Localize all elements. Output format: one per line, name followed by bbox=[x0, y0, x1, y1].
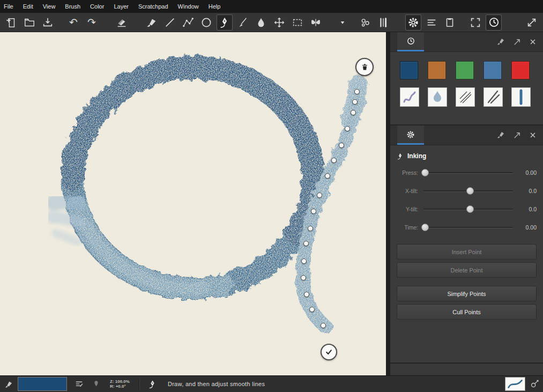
brush-engine-icon[interactable] bbox=[530, 379, 540, 389]
inking-tool-button[interactable] bbox=[217, 14, 233, 31]
freehand-brush-button[interactable] bbox=[144, 14, 160, 31]
statusbar-separator bbox=[139, 379, 140, 390]
delete-stroke-button[interactable] bbox=[355, 58, 374, 76]
slider-track[interactable] bbox=[423, 187, 513, 195]
brush-preset-scratchy[interactable] bbox=[456, 87, 475, 107]
color-swatch[interactable] bbox=[511, 61, 530, 79]
tool-options-dropdown[interactable] bbox=[338, 14, 347, 31]
stroke-control-point[interactable] bbox=[301, 258, 307, 264]
new-document-button[interactable] bbox=[3, 14, 19, 31]
stroke-control-point[interactable] bbox=[325, 173, 330, 179]
color-swatch[interactable] bbox=[428, 61, 446, 79]
drawing-canvas[interactable] bbox=[0, 32, 386, 375]
edit-history-button[interactable] bbox=[486, 14, 502, 31]
slider-value: 0.00 bbox=[513, 224, 537, 231]
menu-help[interactable]: Help bbox=[204, 0, 226, 13]
slider-track[interactable] bbox=[423, 224, 513, 231]
stroke-control-point[interactable] bbox=[321, 323, 326, 328]
brush-preset-wash[interactable] bbox=[428, 87, 447, 107]
menu-brush[interactable]: Brush bbox=[60, 0, 85, 13]
brush-adjust-icon[interactable] bbox=[75, 380, 84, 389]
cull-points-button[interactable]: Cull Points bbox=[397, 304, 537, 320]
save-document-button[interactable] bbox=[40, 14, 56, 31]
slider-track[interactable] bbox=[423, 169, 513, 176]
menu-color[interactable]: Color bbox=[85, 0, 109, 13]
brush-settings-button[interactable] bbox=[405, 14, 421, 31]
collapsed-panel[interactable] bbox=[390, 364, 543, 375]
expand-view-button[interactable] bbox=[524, 14, 540, 31]
connected-lines-button[interactable] bbox=[180, 14, 196, 31]
slider-value: 0.0 bbox=[513, 188, 537, 194]
brush-icon[interactable] bbox=[496, 131, 505, 139]
undo-button[interactable]: ↶ bbox=[65, 14, 81, 31]
stroke-control-point[interactable] bbox=[303, 241, 309, 246]
scratchpad-button[interactable] bbox=[442, 14, 458, 31]
ink-blob-button[interactable] bbox=[253, 14, 269, 31]
undo-icon: ↶ bbox=[69, 17, 78, 27]
stroke-control-point[interactable] bbox=[352, 99, 358, 105]
menu-edit[interactable]: Edit bbox=[18, 0, 38, 13]
stroke-control-point[interactable] bbox=[308, 226, 313, 231]
color-swatch[interactable] bbox=[484, 61, 502, 79]
brush-collections-button[interactable] bbox=[375, 14, 391, 31]
zoom-value: Z: 100.0% bbox=[110, 379, 130, 384]
color-swatch[interactable] bbox=[456, 61, 474, 79]
menu-layer[interactable]: Layer bbox=[109, 0, 133, 13]
pin-icon[interactable] bbox=[92, 380, 100, 388]
tab-tool-options[interactable] bbox=[397, 125, 424, 145]
brush-preset-grainy[interactable] bbox=[400, 87, 419, 107]
brush-options-list-button[interactable] bbox=[423, 14, 440, 31]
close-icon[interactable] bbox=[529, 131, 537, 139]
slider-handle[interactable] bbox=[466, 187, 474, 195]
menu-window[interactable]: Window bbox=[173, 0, 204, 13]
slider-handle[interactable] bbox=[421, 169, 429, 176]
menu-view[interactable]: View bbox=[38, 0, 61, 13]
move-view-button[interactable] bbox=[271, 14, 287, 31]
stroke-control-point[interactable] bbox=[301, 275, 306, 280]
symmetry-butterfly-button[interactable] bbox=[308, 14, 324, 31]
stroke-control-point[interactable] bbox=[317, 193, 322, 198]
dock-split-icon[interactable] bbox=[513, 131, 521, 139]
slider-label: X-tilt: bbox=[397, 188, 418, 194]
slider-label: Y-tilt: bbox=[397, 206, 418, 212]
current-color-swatch[interactable] bbox=[18, 377, 67, 391]
stroke-control-point[interactable] bbox=[345, 126, 350, 131]
brush-preset-pencil[interactable] bbox=[484, 87, 503, 107]
eraser-button[interactable] bbox=[114, 14, 130, 31]
simplify-points-button[interactable]: Simplify Points bbox=[397, 286, 537, 301]
slider-value: 0.0 bbox=[513, 206, 537, 212]
brush-icon[interactable] bbox=[496, 38, 505, 46]
open-document-button[interactable] bbox=[21, 14, 38, 31]
accept-stroke-button[interactable] bbox=[321, 344, 337, 360]
check-icon bbox=[325, 348, 333, 356]
brush-groups-button[interactable] bbox=[357, 14, 373, 31]
color-swatch[interactable] bbox=[400, 61, 418, 79]
brush-preview[interactable] bbox=[505, 377, 525, 391]
redo-button[interactable]: ↷ bbox=[84, 14, 100, 31]
stroke-control-point[interactable] bbox=[339, 143, 344, 148]
slider-row: Time:0.00 bbox=[397, 218, 537, 236]
slider-handle[interactable] bbox=[466, 205, 474, 213]
fullscreen-button[interactable] bbox=[467, 14, 484, 31]
stroke-control-point[interactable] bbox=[351, 110, 356, 115]
trash-icon bbox=[360, 63, 369, 72]
close-icon[interactable] bbox=[529, 38, 537, 46]
fine-pen-button[interactable] bbox=[235, 14, 251, 31]
tab-history[interactable] bbox=[397, 32, 424, 51]
stroke-control-point[interactable] bbox=[354, 89, 360, 94]
brush-preset-liner[interactable] bbox=[511, 87, 531, 107]
menu-file[interactable]: File bbox=[0, 0, 18, 13]
slider-handle[interactable] bbox=[421, 224, 429, 231]
dock-split-icon[interactable] bbox=[513, 38, 521, 46]
straight-line-button[interactable] bbox=[162, 14, 178, 31]
rectangle-select-button[interactable] bbox=[289, 14, 306, 31]
tool-options-panel: Inking Press:0.00X-tilt:0.0Y-tilt:0.0Tim… bbox=[390, 125, 543, 363]
slider-track[interactable] bbox=[423, 205, 513, 213]
ellipse-tool-button[interactable] bbox=[198, 14, 214, 31]
menu-scratchpad[interactable]: Scratchpad bbox=[133, 0, 173, 13]
stroke-control-point[interactable] bbox=[304, 292, 309, 297]
stroke-control-point[interactable] bbox=[311, 209, 316, 214]
right-dock: Inking Press:0.00X-tilt:0.0Y-tilt:0.0Tim… bbox=[390, 32, 543, 375]
stroke-control-point[interactable] bbox=[331, 158, 337, 163]
stroke-control-point[interactable] bbox=[309, 307, 315, 312]
